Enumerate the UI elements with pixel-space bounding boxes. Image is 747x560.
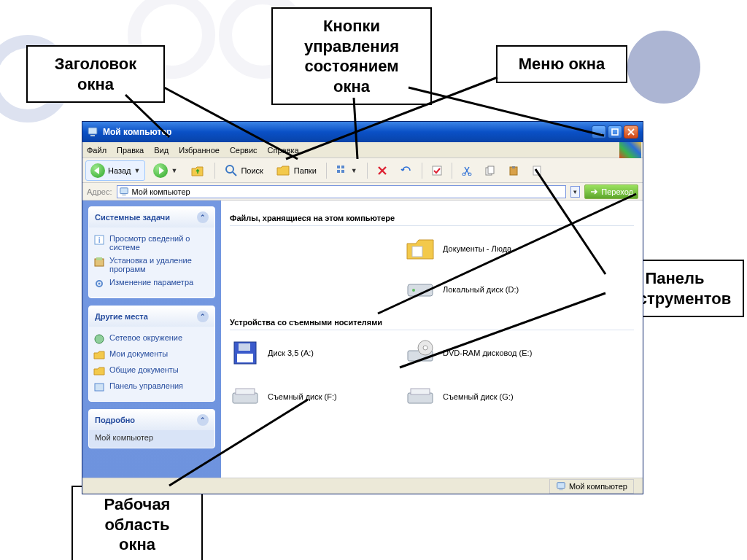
collapse-icon: ⌃ xyxy=(197,211,209,223)
menu-favorites[interactable]: Избранное xyxy=(179,146,220,155)
item-local-disk-d[interactable]: Локальный диск (D:) xyxy=(405,274,551,305)
folders-icon xyxy=(276,164,291,177)
arrow-right-icon xyxy=(589,187,598,196)
paste-icon xyxy=(508,166,519,176)
collapse-icon: ⌃ xyxy=(197,311,209,322)
callout-winbtns: Кнопки управления состоянием окна xyxy=(271,7,432,105)
svg-rect-26 xyxy=(95,384,104,391)
close-button[interactable] xyxy=(624,125,638,139)
item-removable-f[interactable]: Съемный диск (F:) xyxy=(230,381,376,412)
panel-header[interactable]: Системные задачи⌃ xyxy=(89,207,214,228)
maximize-button[interactable] xyxy=(608,125,622,139)
task-add-remove[interactable]: Установка и удаление программ xyxy=(93,254,210,276)
side-panel: Системные задачи⌃ iПросмотр сведений о с… xyxy=(82,201,221,478)
svg-text:i: i xyxy=(98,236,100,244)
task-view-system-info[interactable]: iПросмотр сведений о системе xyxy=(93,232,210,254)
search-button[interactable]: Поиск xyxy=(220,161,268,180)
item-removable-g[interactable]: Съемный диск (G:) xyxy=(405,381,551,412)
folders-button[interactable]: Папки xyxy=(271,161,322,180)
place-label: Сетевое окружение xyxy=(109,333,182,342)
extra-button[interactable] xyxy=(527,163,547,179)
window-control-buttons xyxy=(592,125,638,139)
titlebar[interactable]: Мой компьютер xyxy=(82,122,643,142)
place-my-documents[interactable]: Мои документы xyxy=(93,347,210,363)
place-network[interactable]: Сетевое окружение xyxy=(93,331,210,347)
optical-drive-icon xyxy=(405,338,436,368)
menu-tools[interactable]: Сервис xyxy=(230,146,258,155)
menu-view[interactable]: Вид xyxy=(154,146,169,155)
info-icon: i xyxy=(93,234,105,246)
svg-rect-1 xyxy=(90,135,95,136)
menu-help[interactable]: Справка xyxy=(268,146,299,155)
place-label: Мои документы xyxy=(109,349,168,358)
panel-header[interactable]: Подробно⌃ xyxy=(89,410,214,430)
cut-button[interactable] xyxy=(457,163,477,179)
svg-point-29 xyxy=(412,289,415,292)
svg-rect-22 xyxy=(96,257,102,260)
svg-rect-2 xyxy=(596,133,602,135)
forward-button[interactable]: ▼ xyxy=(148,160,182,181)
up-button[interactable] xyxy=(185,160,210,181)
hard-disk-icon xyxy=(405,274,436,305)
item-dvd[interactable]: DVD-RAM дисковод (E:) xyxy=(405,338,551,368)
task-label: Просмотр сведений о системе xyxy=(109,234,210,252)
group-header-files: Файлы, хранящиеся на этом компьютере xyxy=(230,211,634,226)
item-floppy[interactable]: Диск 3,5 (A:) xyxy=(230,338,376,368)
separator xyxy=(422,163,422,179)
task-change-setting[interactable]: Изменение параметра xyxy=(93,276,210,292)
item-label: Диск 3,5 (A:) xyxy=(268,349,314,357)
statusbar: Мой компьютер xyxy=(82,478,643,494)
computer-icon xyxy=(556,481,566,491)
callout-menu: Меню окна xyxy=(496,45,627,83)
undo-button[interactable] xyxy=(395,163,417,179)
panel-header[interactable]: Другие места⌃ xyxy=(89,306,214,327)
place-control-panel[interactable]: Панель управления xyxy=(93,379,210,395)
search-icon xyxy=(225,164,238,177)
windows-logo-icon xyxy=(619,142,641,158)
address-input[interactable] xyxy=(117,185,567,198)
separator xyxy=(214,163,215,179)
separator xyxy=(326,163,327,179)
floppy-icon xyxy=(230,338,260,368)
views-button[interactable]: ▼ xyxy=(331,162,363,179)
svg-rect-6 xyxy=(341,166,344,168)
svg-point-24 xyxy=(98,283,101,285)
go-button[interactable]: Переход xyxy=(584,184,638,199)
minimize-button[interactable] xyxy=(592,125,606,139)
back-button[interactable]: Назад ▼ xyxy=(85,160,145,181)
task-label: Изменение параметра xyxy=(109,278,193,287)
address-label: Адрес: xyxy=(87,187,112,196)
details-text: Мой компьютер xyxy=(89,430,214,448)
gear-icon xyxy=(93,278,105,289)
explorer-window: Мой компьютер Файл Правка Вид Избранное … xyxy=(82,121,643,494)
menu-edit[interactable]: Правка xyxy=(117,146,144,155)
item-documents[interactable]: Документы - Люда xyxy=(405,233,551,264)
page-icon xyxy=(532,166,542,176)
place-label: Панель управления xyxy=(109,381,183,390)
properties-button[interactable] xyxy=(427,163,447,179)
place-shared-docs[interactable]: Общие документы xyxy=(93,363,210,379)
chevron-down-icon[interactable]: ▾ xyxy=(570,186,580,198)
collapse-icon: ⌃ xyxy=(197,414,209,426)
undo-icon xyxy=(400,166,412,176)
copy-button[interactable] xyxy=(480,163,500,179)
computer-icon xyxy=(119,187,129,197)
delete-button[interactable] xyxy=(372,163,392,179)
callout-workarea: Рабочая область окна xyxy=(71,486,203,560)
chevron-down-icon: ▼ xyxy=(171,167,177,174)
item-label: Съемный диск (G:) xyxy=(443,392,514,401)
svg-point-4 xyxy=(226,166,233,173)
panel-system-tasks: Системные задачи⌃ iПросмотр сведений о с… xyxy=(88,206,215,298)
item-label: Съемный диск (F:) xyxy=(268,392,337,401)
svg-rect-3 xyxy=(612,129,618,135)
menu-file[interactable]: Файл xyxy=(87,146,107,155)
network-icon xyxy=(93,333,105,345)
search-label: Поиск xyxy=(241,166,263,175)
svg-rect-18 xyxy=(122,194,125,195)
window-title: Мой компьютер xyxy=(103,127,171,137)
svg-rect-0 xyxy=(88,128,97,134)
paste-button[interactable] xyxy=(503,163,524,179)
svg-rect-16 xyxy=(533,166,541,175)
item-label: Документы - Люда xyxy=(443,244,511,253)
svg-point-35 xyxy=(423,346,427,350)
